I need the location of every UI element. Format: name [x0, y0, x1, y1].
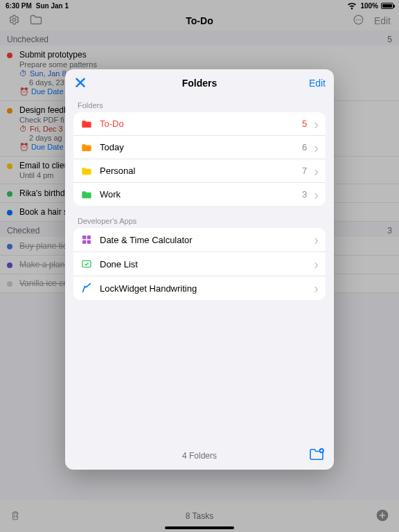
- folder-row-work[interactable]: Work 3 ›: [73, 183, 326, 206]
- folder-count-label: 4 Folders: [65, 451, 334, 461]
- app-row-lockwidget[interactable]: LockWidget Handwriting ›: [73, 276, 326, 300]
- chevron-icon: ›: [314, 191, 319, 198]
- app-icon: [80, 283, 93, 294]
- app-icon: [80, 234, 93, 245]
- folders-modal: ✕ Folders Edit Folders To-Do 5 › Today 6…: [65, 69, 334, 470]
- modal-footer: 4 Folders: [65, 442, 334, 470]
- folder-label: Today: [100, 142, 295, 152]
- folder-row-todo[interactable]: To-Do 5 ›: [73, 112, 326, 136]
- chevron-icon: ›: [314, 260, 319, 267]
- chevron-icon: ›: [314, 121, 319, 127]
- svg-rect-9: [82, 260, 91, 267]
- folder-count: 5: [302, 118, 307, 129]
- section-label-folders: Folders: [65, 97, 334, 112]
- folder-icon: [80, 190, 93, 199]
- add-folder-icon[interactable]: [309, 448, 324, 464]
- modal-overlay[interactable]: ✕ Folders Edit Folders To-Do 5 › Today 6…: [0, 0, 399, 532]
- folder-count: 7: [302, 166, 307, 176]
- chevron-icon: ›: [314, 236, 319, 243]
- svg-rect-5: [82, 236, 86, 239]
- chevron-icon: ›: [314, 144, 319, 151]
- app-label: LockWidget Handwriting: [100, 283, 307, 294]
- svg-rect-6: [87, 236, 91, 239]
- folders-list: To-Do 5 › Today 6 › Personal 7 › Work 3 …: [73, 112, 326, 206]
- modal-title: Folders: [65, 78, 334, 89]
- app-icon: [80, 258, 93, 269]
- folder-icon: [80, 143, 93, 152]
- chevron-icon: ›: [314, 285, 319, 292]
- folder-count: 3: [302, 189, 307, 200]
- app-row-datetime[interactable]: Date & Time Calculator ›: [73, 228, 326, 252]
- folder-label: Work: [100, 189, 295, 200]
- svg-rect-7: [82, 240, 86, 244]
- folder-row-today[interactable]: Today 6 ›: [73, 136, 326, 159]
- folder-row-personal[interactable]: Personal 7 ›: [73, 159, 326, 183]
- app-label: Date & Time Calculator: [100, 235, 307, 245]
- folder-label: Personal: [100, 166, 295, 176]
- apps-list: Date & Time Calculator › Done List › Loc…: [73, 228, 326, 300]
- folder-label: To-Do: [100, 118, 295, 129]
- folder-icon: [80, 167, 93, 175]
- app-row-donelist[interactable]: Done List ›: [73, 252, 326, 276]
- modal-edit-button[interactable]: Edit: [309, 78, 326, 89]
- folder-icon: [80, 120, 93, 128]
- close-button[interactable]: ✕: [73, 75, 87, 91]
- section-label-apps: Developer's Apps: [65, 213, 334, 228]
- app-label: Done List: [100, 259, 307, 269]
- svg-rect-8: [87, 240, 91, 244]
- folder-count: 6: [302, 142, 307, 152]
- chevron-icon: ›: [314, 168, 319, 175]
